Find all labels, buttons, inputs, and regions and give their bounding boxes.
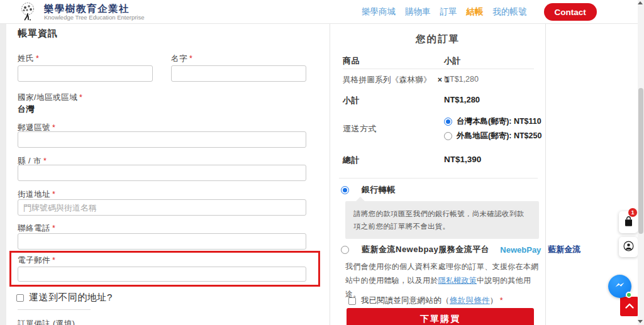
account-icon [623,241,634,254]
required-asterisk: * [52,190,55,199]
required-asterisk: * [52,224,55,233]
country-value: 台灣 [18,104,35,115]
nav-item-cart[interactable]: 購物車 [405,6,431,18]
city-input[interactable] [18,165,306,181]
last-name-label: 姓氏* [18,53,39,64]
scrollbar[interactable] [638,0,644,325]
brand-text: 樂學樹教育企業社 Knowledge Tree Education Enterp… [44,3,145,21]
brand-title: 樂學樹教育企業社 [44,3,145,14]
site-header: 樂學樹教育企業社 Knowledge Tree Education Enterp… [0,0,639,24]
online-status-dot [626,292,632,298]
first-name-input[interactable] [171,65,306,82]
brand-subtitle: Knowledge Tree Education Enterprise [44,14,145,21]
ship-different-label: 運送到不同的地址? [29,292,113,304]
phone-input[interactable] [18,233,306,250]
order-item-price: NT$1,280 [444,75,479,84]
checkbox-icon[interactable] [348,297,356,305]
required-asterisk: * [52,256,55,265]
divider [339,178,538,179]
order-item-name: 異格拼圖系列《森林獅》× 1 [343,75,449,85]
page-gutter [0,24,6,325]
nav-item-shop[interactable]: 樂學商城 [362,6,396,18]
subtotal-column-header: 小計 [444,55,461,67]
newebpay-logo-suffix: 藍新金流 [548,244,580,255]
radio-selected-icon[interactable] [444,118,452,126]
first-name-label: 名字* [171,53,192,64]
phone-label: 聯絡電話* [18,223,55,234]
nav-item-checkout[interactable]: 結帳 [467,6,484,18]
shipping-option-outlying-island[interactable]: 外島地區(郵寄): NT$250 [444,131,541,141]
ship-different-row[interactable]: 運送到不同的地址? [16,292,113,304]
country-label: 國家/地區或區域* [18,92,82,103]
nav-item-orders[interactable]: 訂單 [440,6,457,18]
divider [343,69,534,69]
contact-button[interactable]: Contact [544,3,597,21]
back-to-top-button[interactable] [620,297,638,316]
floating-account-button[interactable] [619,237,638,257]
email-label: 電子郵件* [18,255,55,266]
payment-option-bank-transfer[interactable]: 銀行轉帳 [341,184,396,196]
scrollbar-thumb[interactable] [638,88,643,234]
street-input[interactable] [18,199,306,216]
last-name-input[interactable] [18,65,153,82]
shipping-method-label: 運送方式 [343,123,377,135]
newebpay-logo: NewebPay [500,245,541,255]
place-order-button[interactable]: 下單購買 [347,308,534,325]
radio-icon[interactable] [341,246,349,254]
main-nav: 樂學商城 購物車 訂單 結帳 我的帳號 Contact [362,0,597,24]
divider [18,309,91,310]
required-asterisk: * [500,296,503,305]
email-input[interactable] [18,267,306,282]
tree-logo-icon [18,1,38,22]
cart-count-badge: 1 [628,208,637,217]
payment-option-newebpay[interactable]: 藍新金流Newebpay服務金流平台 NewebPay 藍新金流 [341,244,580,255]
scroll-down-icon[interactable] [638,320,643,323]
subtotal-value: NT$1,280 [444,95,480,104]
brand[interactable]: 樂學樹教育企業社 Knowledge Tree Education Enterp… [18,1,145,22]
terms-text: 我已閱讀並同意網站的（條款與條件）* [361,295,503,306]
required-asterisk: * [79,93,82,102]
checkbox-icon[interactable] [16,294,24,302]
total-value: NT$1,390 [444,155,481,164]
required-asterisk: * [36,54,39,63]
street-label: 街道地址* [18,189,55,200]
shipping-option-main-island[interactable]: 台灣本島(郵寄): NT$110 [444,116,541,127]
order-title: 您的訂單 [330,33,545,46]
shopping-bag-icon [623,216,634,229]
nav-item-account[interactable]: 我的帳號 [493,6,527,18]
order-summary-panel: 您的訂單 商品 小計 異格拼圖系列《森林獅》× 1 NT$1,280 小計 NT… [330,24,546,325]
billing-section-title: 帳單資訊 [18,28,58,40]
terms-agreement-row[interactable]: 我已閱讀並同意網站的（條款與條件）* [348,295,503,306]
required-asterisk: * [43,157,47,165]
terms-link[interactable]: 條款與條件 [450,296,490,305]
messenger-icon [613,278,626,294]
product-column-header: 商品 [343,55,360,67]
chevron-up-icon [625,302,635,311]
total-label: 總計 [343,155,360,166]
required-asterisk: * [189,54,192,63]
order-notes-label: 訂單備註 (選填) [18,319,75,325]
postcode-input[interactable] [18,131,306,148]
privacy-policy-link[interactable]: 隱私權政策 [438,276,477,285]
radio-selected-icon[interactable] [341,186,349,194]
bank-transfer-note: 請將您的款項匯至我們的銀行帳號，尚未確認收到款項之前您的訂單將不會出貨。 [345,201,539,239]
scroll-up-icon[interactable] [638,1,643,4]
radio-icon[interactable] [444,132,452,140]
required-asterisk: * [52,123,55,132]
subtotal-label: 小計 [343,95,360,106]
